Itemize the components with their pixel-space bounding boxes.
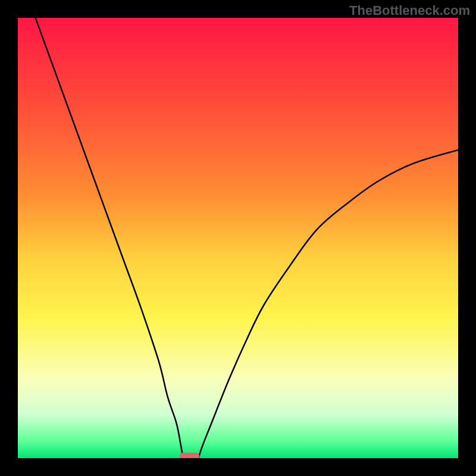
chart-svg (18, 18, 458, 458)
chart-area (18, 18, 458, 458)
bottleneck-marker (180, 453, 199, 458)
watermark-text: TheBottleneck.com (349, 3, 470, 18)
gradient-background (18, 18, 458, 458)
